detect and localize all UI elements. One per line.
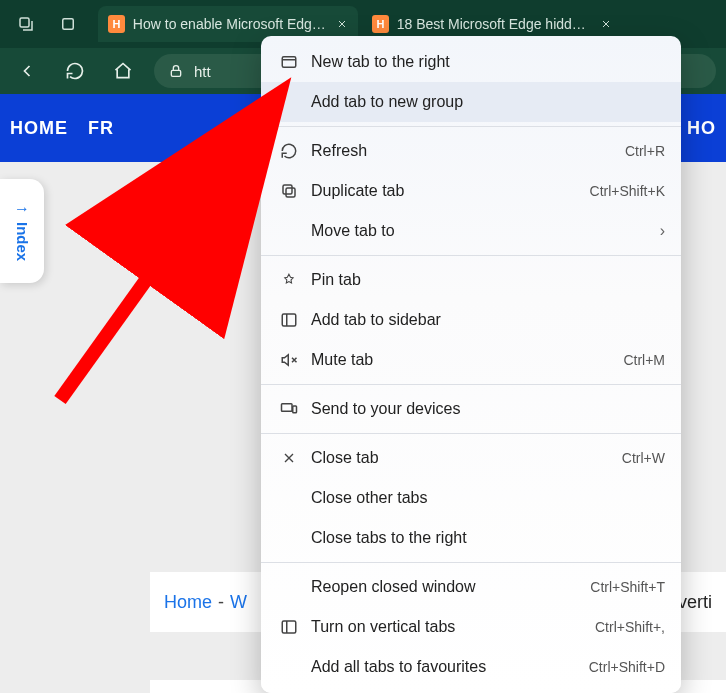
collections-icon[interactable] <box>50 6 86 42</box>
address-text: htt <box>194 63 211 80</box>
nav-item-home[interactable]: HOME <box>0 118 78 139</box>
breadcrumb-link[interactable]: W <box>230 592 247 613</box>
index-label: Index <box>14 222 31 261</box>
pin-icon <box>275 271 303 289</box>
svg-rect-5 <box>286 188 295 197</box>
mute-icon <box>275 351 303 369</box>
menu-shortcut: Ctrl+W <box>622 450 665 466</box>
chevron-right-icon: › <box>660 222 665 240</box>
tab-actions-icon[interactable] <box>8 6 44 42</box>
breadcrumb-text: verti <box>678 592 712 613</box>
svg-rect-9 <box>282 621 296 633</box>
menu-duplicate[interactable]: Duplicate tab Ctrl+Shift+K <box>261 171 681 211</box>
svg-rect-3 <box>282 57 296 68</box>
close-tab-icon[interactable] <box>336 18 348 30</box>
menu-separator <box>261 126 681 127</box>
menu-label: Pin tab <box>311 271 665 289</box>
nav-item[interactable]: HO <box>677 118 726 139</box>
menu-add-sidebar[interactable]: Add tab to sidebar <box>261 300 681 340</box>
refresh-button[interactable] <box>58 54 92 88</box>
home-button[interactable] <box>106 54 140 88</box>
menu-shortcut: Ctrl+Shift+D <box>589 659 665 675</box>
menu-label: Close other tabs <box>311 489 665 507</box>
close-icon <box>275 450 303 466</box>
menu-add-all-favourites[interactable]: Add all tabs to favourites Ctrl+Shift+D <box>261 647 681 687</box>
menu-add-to-group[interactable]: Add tab to new group <box>261 82 681 122</box>
arrow-right-icon: → <box>14 200 30 218</box>
tab-title: 18 Best Microsoft Edge hidden f... <box>397 16 592 32</box>
svg-rect-8 <box>293 406 297 413</box>
svg-rect-7 <box>282 404 293 412</box>
menu-close-tab[interactable]: Close tab Ctrl+W <box>261 438 681 478</box>
svg-rect-1 <box>63 19 74 30</box>
back-button[interactable] <box>10 54 44 88</box>
menu-move-to[interactable]: Move tab to › <box>261 211 681 251</box>
menu-label: Mute tab <box>311 351 623 369</box>
menu-shortcut: Ctrl+Shift+T <box>590 579 665 595</box>
menu-label: Move tab to <box>311 222 660 240</box>
tab-context-menu: New tab to the right Add tab to new grou… <box>261 36 681 693</box>
menu-shortcut: Ctrl+R <box>625 143 665 159</box>
menu-label: Reopen closed window <box>311 578 590 596</box>
refresh-icon <box>275 142 303 160</box>
menu-new-tab-right[interactable]: New tab to the right <box>261 42 681 82</box>
menu-label: Turn on vertical tabs <box>311 618 595 636</box>
menu-mute[interactable]: Mute tab Ctrl+M <box>261 340 681 380</box>
menu-label: Add tab to new group <box>311 93 665 111</box>
menu-shortcut: Ctrl+Shift+, <box>595 619 665 635</box>
menu-label: Duplicate tab <box>311 182 590 200</box>
menu-label: Send to your devices <box>311 400 665 418</box>
devices-icon <box>275 400 303 418</box>
new-tab-icon <box>275 53 303 71</box>
menu-separator <box>261 562 681 563</box>
menu-close-other[interactable]: Close other tabs <box>261 478 681 518</box>
menu-label: Close tab <box>311 449 622 467</box>
favicon-icon: H <box>372 15 389 33</box>
duplicate-icon <box>275 182 303 200</box>
svg-rect-0 <box>20 18 29 27</box>
tab-title: How to enable Microsoft Edge v... <box>133 16 328 32</box>
vertical-tabs-icon <box>275 618 303 636</box>
menu-reopen[interactable]: Reopen closed window Ctrl+Shift+T <box>261 567 681 607</box>
menu-vertical-tabs[interactable]: Turn on vertical tabs Ctrl+Shift+, <box>261 607 681 647</box>
menu-pin[interactable]: Pin tab <box>261 260 681 300</box>
svg-rect-4 <box>283 185 292 194</box>
menu-shortcut: Ctrl+Shift+K <box>590 183 665 199</box>
favicon-icon: H <box>108 15 125 33</box>
menu-shortcut: Ctrl+M <box>623 352 665 368</box>
menu-separator <box>261 433 681 434</box>
menu-label: Add tab to sidebar <box>311 311 665 329</box>
menu-separator <box>261 255 681 256</box>
svg-rect-6 <box>282 314 296 326</box>
menu-send-devices[interactable]: Send to your devices <box>261 389 681 429</box>
nav-item[interactable]: FR <box>78 118 124 139</box>
menu-refresh[interactable]: Refresh Ctrl+R <box>261 131 681 171</box>
breadcrumb-separator: - <box>218 592 224 613</box>
sidebar-icon <box>275 311 303 329</box>
index-side-tab[interactable]: → Index <box>0 179 44 283</box>
menu-separator <box>261 384 681 385</box>
menu-label: New tab to the right <box>311 53 665 71</box>
menu-label: Add all tabs to favourites <box>311 658 589 676</box>
lock-icon <box>168 63 184 79</box>
breadcrumb-home-link[interactable]: Home <box>164 592 212 613</box>
svg-rect-2 <box>171 70 180 76</box>
menu-label: Close tabs to the right <box>311 529 665 547</box>
menu-close-right[interactable]: Close tabs to the right <box>261 518 681 558</box>
menu-label: Refresh <box>311 142 625 160</box>
close-tab-icon[interactable] <box>600 18 612 30</box>
